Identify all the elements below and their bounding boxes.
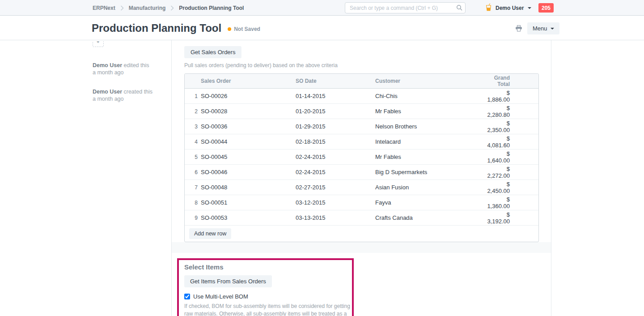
cell-so: SO-00048 — [201, 184, 296, 191]
user-name: Demo User — [496, 5, 524, 11]
caret-down-icon — [528, 7, 531, 9]
column-header-grand-total: Grand Total — [485, 75, 538, 87]
table-row[interactable]: 9SO-0005303-13-2015Crafts Canada$ 3,192.… — [185, 210, 538, 226]
cell-total: $ 1,640.00 — [485, 150, 538, 164]
cell-cust: Crafts Canada — [375, 214, 485, 221]
cell-total: $ 2,450.00 — [485, 181, 538, 194]
cell-idx: 4 — [185, 139, 201, 145]
cell-cust: Intelacard — [375, 138, 485, 145]
cell-so: SO-00046 — [201, 169, 296, 175]
global-search — [345, 2, 466, 13]
cell-date: 03-12-2015 — [296, 199, 375, 206]
search-icon — [456, 4, 462, 13]
cell-idx: 1 — [185, 93, 201, 99]
cell-idx: 3 — [185, 124, 201, 130]
notification-count-badge[interactable]: 205 — [538, 3, 554, 13]
chevron-right-icon — [120, 5, 124, 11]
use-multi-level-bom-checkbox[interactable] — [184, 294, 190, 299]
page-header: Production Planning Tool Not Saved Menu — [0, 16, 644, 40]
cell-so: SO-00051 — [201, 199, 296, 206]
cell-so: SO-00026 — [201, 93, 296, 99]
table-row[interactable]: 4SO-0004402-18-2015Intelacard$ 4,081.60 — [185, 134, 538, 149]
form-sidebar: + Demo User edited this a month ago Demo… — [93, 40, 166, 102]
breadcrumb: ERPNext Manufacturing Production Plannin… — [93, 0, 244, 16]
table-row[interactable]: 5SO-0004502-24-2015Mr Fables$ 1,640.00 — [185, 149, 538, 165]
cell-cust: Mr Fables — [375, 154, 485, 160]
cell-idx: 7 — [185, 184, 201, 191]
page-content: + Demo User edited this a month ago Demo… — [0, 40, 644, 316]
cell-so: SO-00044 — [201, 138, 296, 145]
get-sales-orders-button[interactable]: Get Sales Orders — [184, 46, 242, 58]
content-right-divider — [551, 40, 551, 316]
cell-cust: Fayva — [375, 199, 485, 206]
print-icon[interactable] — [515, 25, 522, 34]
menu-button[interactable]: Menu — [527, 22, 559, 34]
breadcrumb-erpnext[interactable]: ERPNext — [93, 5, 115, 11]
sales-orders-table: Sales Order SO Date Customer Grand Total… — [184, 73, 539, 242]
cell-idx: 9 — [185, 215, 201, 221]
table-row[interactable]: 3SO-0003601-29-2015Nelson Brothers$ 2,35… — [185, 119, 538, 134]
use-multi-level-bom-label: Use Multi-Level BOM — [193, 293, 248, 300]
table-row[interactable]: 1SO-0002601-14-2015Chi-Chis$ 1,886.00 — [185, 89, 538, 104]
breadcrumb-manufacturing[interactable]: Manufacturing — [129, 5, 166, 11]
cell-so: SO-00036 — [201, 123, 296, 130]
activity-time: a month ago — [93, 96, 124, 102]
chevron-right-icon — [170, 5, 174, 11]
column-header-sales-order: Sales Order — [201, 78, 296, 84]
search-input[interactable] — [345, 2, 466, 13]
column-header-so-date: SO Date — [296, 78, 375, 84]
cell-date: 02-24-2015 — [296, 169, 375, 175]
table-row[interactable]: 8SO-0005103-12-2015Fayva$ 1,360.00 — [185, 195, 538, 210]
table-row[interactable]: 2SO-0002801-20-2015Mr Fables$ 2,280.80 — [185, 104, 538, 119]
cell-idx: 2 — [185, 108, 201, 115]
activity-time: a month ago — [93, 69, 124, 76]
activity-entry: Demo User created this a month ago — [93, 88, 166, 102]
select-items-heading: Select Items — [184, 263, 347, 271]
cell-total: $ 1,886.00 — [485, 90, 538, 103]
cell-date: 02-27-2015 — [296, 184, 375, 191]
cell-date: 01-20-2015 — [296, 108, 375, 115]
user-avatar-icon — [486, 3, 491, 13]
cell-cust: Big D Supermarkets — [375, 169, 485, 175]
sales-orders-section: Get Sales Orders Pull sales orders (pend… — [172, 40, 551, 242]
save-status-indicator: Not Saved — [228, 26, 260, 32]
bom-help-text: If checked, BOM for sub-assembly items w… — [184, 303, 351, 316]
menu-button-label: Menu — [533, 25, 547, 32]
cell-date: 01-14-2015 — [296, 93, 375, 99]
cell-so: SO-00028 — [201, 108, 296, 115]
section-separator — [172, 242, 551, 253]
cell-idx: 6 — [185, 169, 201, 175]
cell-total: $ 2,280.80 — [485, 105, 538, 118]
annotation-highlight-box: Select Items Get Items From Sales Orders… — [177, 258, 354, 316]
cell-date: 02-18-2015 — [296, 138, 375, 145]
form-body: Get Sales Orders Pull sales orders (pend… — [172, 40, 551, 316]
save-status-label: Not Saved — [234, 26, 260, 32]
cell-so: SO-00045 — [201, 154, 296, 160]
get-items-from-sales-orders-button[interactable]: Get Items From Sales Orders — [184, 275, 272, 287]
cell-date: 03-13-2015 — [296, 214, 375, 221]
cell-total: $ 4,081.60 — [485, 135, 538, 149]
table-row[interactable]: 7SO-0004802-27-2015Asian Fusion$ 2,450.0… — [185, 180, 538, 195]
cell-cust: Mr Fables — [375, 108, 485, 115]
column-header-customer: Customer — [375, 78, 485, 84]
user-menu[interactable]: Demo User — [486, 0, 531, 16]
cell-cust: Chi-Chis — [375, 93, 485, 99]
activity-action: edited this — [123, 62, 149, 68]
activity-action: created this — [123, 89, 153, 95]
page-title: Production Planning Tool — [92, 22, 221, 34]
table-rows: 1SO-0002601-14-2015Chi-Chis$ 1,886.002SO… — [185, 89, 538, 226]
cell-so: SO-00053 — [201, 214, 296, 221]
table-header-row: Sales Order SO Date Customer Grand Total — [185, 74, 538, 89]
cell-idx: 5 — [185, 154, 201, 160]
breadcrumb-current-page: Production Planning Tool — [179, 5, 244, 11]
cell-total: $ 2,272.00 — [485, 166, 538, 179]
caret-down-icon — [551, 28, 554, 30]
cell-total: $ 2,350.00 — [485, 120, 538, 133]
table-row[interactable]: 6SO-0004602-24-2015Big D Supermarkets$ 2… — [185, 165, 538, 180]
add-new-row-button[interactable]: Add new row — [189, 228, 231, 239]
add-attachment-button[interactable]: + — [93, 41, 105, 48]
not-saved-dot-icon — [228, 27, 231, 31]
cell-date: 01-29-2015 — [296, 123, 375, 130]
cell-idx: 8 — [185, 200, 201, 206]
activity-entry: Demo User edited this a month ago — [93, 62, 166, 76]
